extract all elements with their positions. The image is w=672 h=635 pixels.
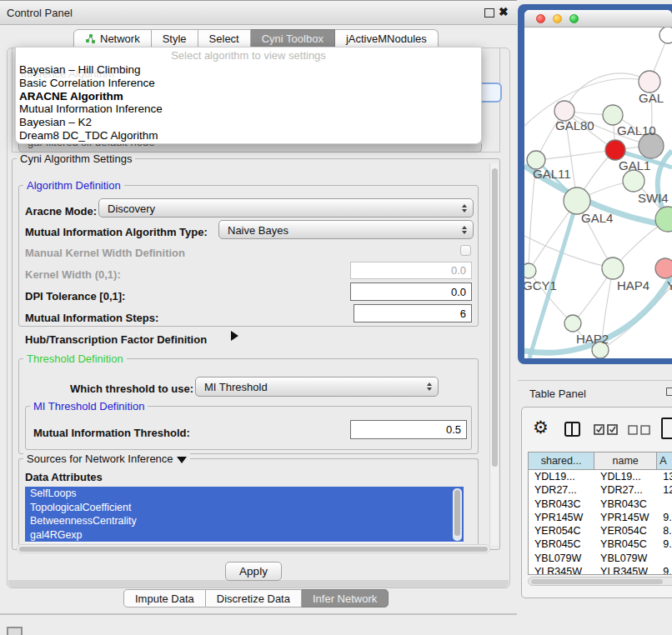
node-label: GAL1 [619,158,650,172]
network-edge[interactable] [524,236,613,268]
attributes-vscrollbar-thumb[interactable] [454,490,460,536]
network-node-swi4[interactable] [623,170,644,192]
table-cell: YLR345W [594,565,657,575]
tab-jactivemnodules[interactable]: jActiveMNodules [335,29,439,48]
table-row[interactable]: YBR045CYBR045C9. [529,538,672,551]
settings-vscrollbar[interactable] [489,163,499,545]
mi-steps-label: Mutual Information Steps: [25,312,158,324]
node-label: GAL10 [617,123,656,138]
cyni-settings-title: Cyni Algorithm Settings [17,153,135,164]
apply-button[interactable]: Apply [225,562,282,581]
attribute-item[interactable]: TopologicalCoefficient [25,501,464,515]
column-header-partial[interactable]: A [657,452,672,470]
float-panel-icon[interactable] [666,388,672,396]
mi-type-combo[interactable]: Naive Bayes [218,220,474,239]
minimize-traffic-light-icon[interactable] [553,14,562,23]
table-cell: YER054C [594,524,657,538]
mi-steps-field[interactable]: 6 [354,304,472,322]
table-row[interactable]: YPR145WYPR145W9. [529,511,672,524]
network-node-gal[interactable] [639,71,660,92]
table-hscrollbar[interactable] [528,577,672,586]
kernel-width-label: Kernel Width (0,1): [25,268,121,281]
network-node[interactable] [659,28,672,43]
table-row[interactable]: YBR043CYBR043C [529,498,672,511]
network-window-titlebar[interactable] [524,10,672,28]
table-row[interactable]: YLR345WYLR345W9. [529,565,672,575]
network-edge[interactable] [536,150,615,160]
close-traffic-light-icon[interactable] [536,14,545,23]
column-header-name[interactable]: name [594,452,657,470]
tab-select[interactable]: Select [198,29,251,48]
attribute-item[interactable]: SelfLoops [25,487,464,501]
node-label: Y [667,278,672,292]
cyni-bottom-tab-bar: Impute Data Discretize Data Infer Networ… [123,589,389,608]
unchecked-pair-icon[interactable] [628,425,651,435]
control-panel-titlebar: Control Panel ✖ [0,0,517,25]
tab-style[interactable]: Style [152,29,198,48]
tab-network[interactable]: Network [73,29,152,48]
algorithm-option[interactable]: Bayesian – K2 [16,116,481,129]
node-label: GAL11 [533,167,571,181]
table-row[interactable]: YBL079WYBL079W [529,552,672,565]
document-icon[interactable] [661,418,672,439]
network-node-gcy1[interactable] [524,263,536,278]
gear-icon[interactable]: ⚙ [533,418,549,436]
table-cell: YPR145W [529,511,594,524]
which-threshold-label: Which threshold to use: [70,382,193,395]
close-icon[interactable]: ✖ [499,5,509,18]
network-node-gal10[interactable] [603,105,623,125]
columns-icon[interactable] [564,422,580,437]
tab-discretize-data[interactable]: Discretize Data [206,589,302,608]
algorithm-combo-fragment[interactable] [480,82,502,102]
table-row[interactable]: YDL19...YDL19...13 [529,470,672,483]
float-panel-icon[interactable] [484,8,494,18]
sources-title[interactable]: Sources for Network Inference [23,453,190,464]
table-cell: 13 [657,470,672,483]
tab-infer-network[interactable]: Infer Network [302,589,389,608]
table-cell: YDL19... [594,470,657,483]
table-row[interactable]: YER054CYER054C8. [529,524,672,538]
column-header-shared-name[interactable]: shared... [529,452,594,470]
network-selector-combo-fragment[interactable]: gal-filtered sif default node [18,143,482,152]
table-row[interactable]: YDR27...YDR27...12 [529,483,672,497]
algorithm-option[interactable]: Mutual Information Inference [16,102,481,116]
table-header-row: shared... name A [529,452,672,470]
settings-hscrollbar[interactable] [17,544,490,553]
which-threshold-combo[interactable]: MI Threshold [195,377,439,397]
attribute-item[interactable]: gal4RGexp [25,528,464,542]
algorithm-option[interactable]: Dream8 DC_TDC Algorithm [16,129,481,142]
bottom-left-button[interactable] [7,627,23,635]
kernel-width-field[interactable]: 0.0 [350,262,472,279]
mi-threshold-field[interactable]: 0.5 [350,420,467,439]
table-cell: 9. [657,511,672,524]
network-canvas[interactable]: GALGAL80GAL10GAL1GAL11SWI4GAL4GCY1HAP4YH… [524,28,672,358]
table-cell: YBR043C [529,498,594,511]
expand-right-icon[interactable] [231,331,238,341]
network-node-hap2[interactable] [564,315,581,332]
attribute-item[interactable]: BetweennessCentrality [25,514,464,528]
network-node-y[interactable] [655,258,672,278]
tab-impute-data[interactable]: Impute Data [123,589,206,608]
table-cell: YDR27... [594,483,657,497]
table-cell: YDL19... [529,470,594,483]
dpi-tolerance-field[interactable]: 0.0 [350,282,472,301]
table-hscrollbar-thumb[interactable] [531,579,663,584]
tab-cyni-toolbox[interactable]: Cyni Toolbox [251,29,335,48]
checked-pair-icon[interactable] [594,423,619,435]
network-node-hap4[interactable] [602,258,624,279]
zoom-traffic-light-icon[interactable] [569,14,579,23]
manual-kernel-label: Manual Kernel Width Definition [25,247,185,259]
algorithm-option[interactable]: ARACNE Algorithm [16,90,481,103]
manual-kernel-checkbox[interactable] [460,245,471,256]
settings-vscrollbar-thumb[interactable] [492,168,498,467]
hub-definition-label[interactable]: Hub/Transcription Factor Definition [25,333,207,346]
table-cell: 9. [657,565,672,575]
aracne-mode-combo[interactable]: Discovery [98,198,474,218]
settings-hscrollbar-thumb[interactable] [19,547,488,552]
attributes-vscrollbar[interactable] [453,488,462,541]
network-node[interactable] [655,207,672,232]
network-window[interactable]: GALGAL80GAL10GAL1GAL11SWI4GAL4GCY1HAP4YH… [524,10,672,358]
network-node-gal1[interactable] [605,140,625,160]
node-table[interactable]: shared... name A YDL19...YDL19...13YDR27… [528,452,672,575]
data-attributes-list[interactable]: SelfLoopsTopologicalCoefficientBetweenne… [25,487,464,542]
